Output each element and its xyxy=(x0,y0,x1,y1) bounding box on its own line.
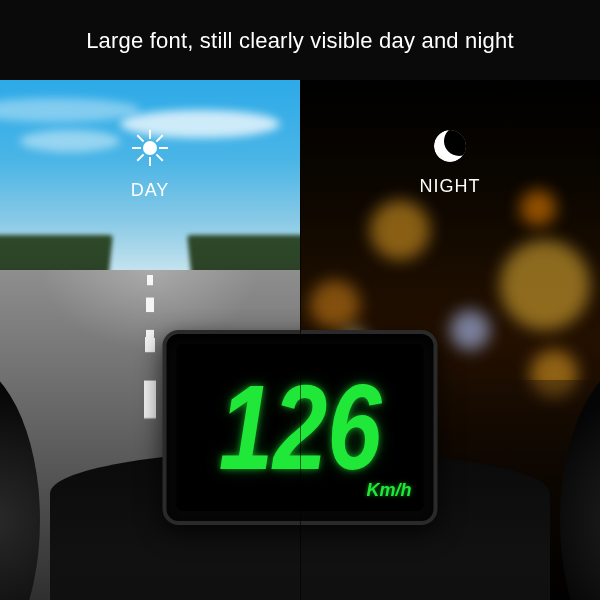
bokeh-light xyxy=(310,280,360,330)
panel-divider xyxy=(300,80,301,600)
night-icon-zone: NIGHT xyxy=(300,130,600,197)
night-label: NIGHT xyxy=(420,176,481,197)
bokeh-light xyxy=(500,240,590,330)
day-label: DAY xyxy=(131,180,170,201)
day-icon-zone: DAY xyxy=(0,130,300,201)
headline-text: Large font, still clearly visible day an… xyxy=(0,28,600,54)
speed-unit: Km/h xyxy=(367,480,412,501)
sun-icon xyxy=(132,130,168,166)
moon-icon xyxy=(434,130,466,162)
bokeh-light xyxy=(370,200,430,260)
